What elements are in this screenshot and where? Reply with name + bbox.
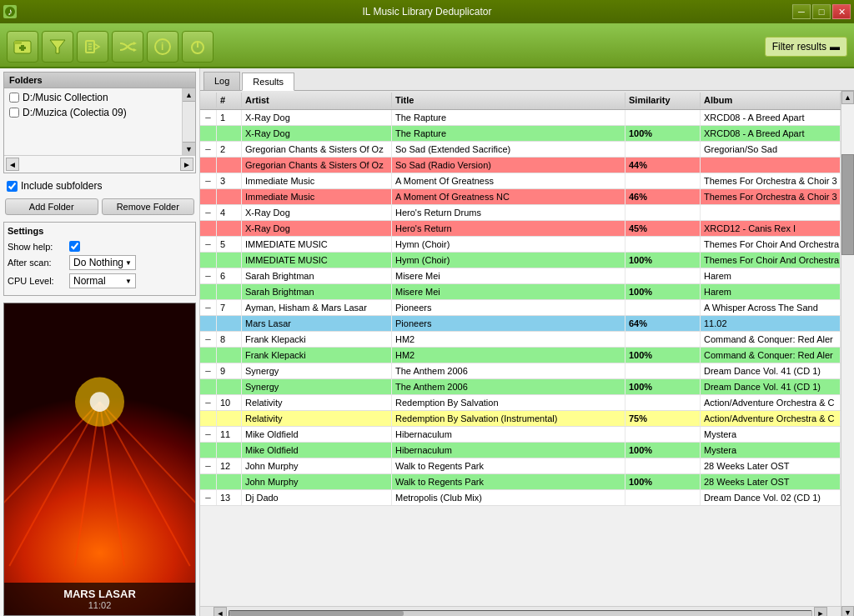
dup-title: HM2	[392, 348, 625, 363]
minimize-button[interactable]: ─	[792, 4, 811, 19]
expand-button[interactable]: ─	[200, 110, 217, 125]
dup-similarity: 100%	[625, 284, 701, 299]
expand-button[interactable]: ─	[200, 458, 217, 473]
dup-expand	[200, 221, 217, 236]
dup-artist: X-Ray Dog	[242, 221, 392, 236]
v-scroll-thumb[interactable]	[841, 154, 854, 254]
scroll-down-arrow[interactable]: ▼	[183, 142, 195, 155]
info-button[interactable]: i	[147, 31, 178, 63]
table-row: ─ 2 Gregorian Chants & Sisters Of Oz So …	[200, 142, 841, 158]
expand-button[interactable]: ─	[200, 268, 217, 283]
dup-num	[217, 474, 242, 489]
after-scan-row: After scan: Do Nothing ▼	[8, 255, 192, 270]
expand-button[interactable]: ─	[200, 363, 217, 378]
table-row: ─ 9 Synergy The Anthem 2006 Dream Dance …	[200, 363, 841, 379]
dup-album: Mystera	[701, 443, 841, 458]
row-similarity	[625, 142, 701, 157]
expand-button[interactable]: ─	[200, 332, 217, 347]
row-artist: John Murphy	[242, 458, 392, 473]
table-dup-row: X-Ray Dog The Rapture 100% XRCD08 - A Br…	[200, 126, 841, 142]
row-album: XRCD08 - A Breed Apart	[701, 110, 841, 125]
h-scroll-left[interactable]: ◄	[214, 607, 227, 617]
nav-right-arrow[interactable]: ►	[180, 158, 193, 171]
table-row: ─ 5 IMMEDIATE MUSIC Hymn (Choir) Themes …	[200, 237, 841, 253]
expand-button[interactable]: ─	[200, 237, 217, 252]
folder-buttons: Add Folder Remove Folder	[0, 195, 199, 218]
row-title: Redemption By Salvation	[392, 395, 625, 410]
dup-album: Harem	[701, 284, 841, 299]
row-num: 10	[217, 395, 242, 410]
folder-path-1: D:/Music Collection	[23, 92, 108, 103]
filter-results-button[interactable]: Filter results ▬	[765, 37, 847, 57]
folder-checkbox-2[interactable]	[9, 108, 19, 118]
app-title: IL Music Library Deduplicator	[0, 6, 854, 18]
power-button[interactable]	[182, 31, 214, 63]
dup-title: Misere Mei	[392, 284, 625, 299]
expand-button[interactable]: ─	[200, 395, 217, 410]
row-num: 8	[217, 332, 242, 347]
cpu-level-dropdown[interactable]: Normal ▼	[69, 273, 136, 288]
add-folder-button[interactable]: Add Folder	[5, 198, 98, 215]
row-similarity	[625, 300, 701, 315]
h-scroll-right[interactable]: ►	[814, 607, 827, 617]
expand-button[interactable]: ─	[200, 490, 217, 505]
expand-button[interactable]: ─	[200, 142, 217, 157]
window-controls[interactable]: ─ □ ✕	[792, 4, 851, 19]
table-dup-row: Frank Klepacki HM2 100% Command & Conque…	[200, 348, 841, 363]
dup-num	[217, 284, 242, 299]
scroll-up-arrow[interactable]: ▲	[183, 88, 195, 102]
tag-button[interactable]	[77, 31, 108, 63]
expand-button[interactable]: ─	[200, 205, 217, 220]
h-scrollbar-thumb[interactable]	[229, 611, 404, 616]
vertical-scrollbar[interactable]: ▲ ▼	[841, 91, 854, 616]
restore-button[interactable]: □	[812, 4, 831, 19]
tab-log[interactable]: Log	[203, 72, 240, 90]
close-button[interactable]: ✕	[832, 4, 851, 19]
table-row: ─ 4 X-Ray Dog Hero's Return Drums	[200, 205, 841, 221]
tab-results[interactable]: Results	[242, 73, 294, 91]
expand-button[interactable]: ─	[200, 173, 217, 188]
include-subfolders-label: Include subfolders	[21, 180, 102, 192]
shuffle-button[interactable]	[112, 31, 143, 63]
v-scroll-up[interactable]: ▲	[841, 91, 854, 104]
dup-similarity: 100%	[625, 443, 701, 458]
row-title: HM2	[392, 332, 625, 347]
table-dup-row: Mike Oldfield Hibernaculum 100% Mystera	[200, 443, 841, 458]
dup-artist: Mike Oldfield	[242, 443, 392, 458]
row-num: 13	[217, 490, 242, 505]
row-title: Hero's Return Drums	[392, 205, 625, 220]
folder-checkbox-1[interactable]	[9, 93, 19, 103]
include-subfolders-checkbox[interactable]	[7, 181, 18, 192]
expand-button[interactable]: ─	[200, 427, 217, 442]
row-title: Hymn (Choir)	[392, 237, 625, 252]
row-title: Pioneers	[392, 300, 625, 315]
horizontal-scrollbar[interactable]: ◄ ►	[200, 606, 841, 616]
folders-scrollbar[interactable]: ▲ ▼	[182, 88, 195, 155]
v-scroll-track[interactable]	[841, 104, 854, 606]
add-folder-button[interactable]	[7, 31, 38, 63]
dup-num	[217, 189, 242, 204]
show-help-checkbox[interactable]	[69, 241, 80, 252]
dup-expand	[200, 284, 217, 299]
after-scan-dropdown[interactable]: Do Nothing ▼	[69, 255, 136, 270]
svg-text:i: i	[161, 41, 163, 53]
row-similarity	[625, 205, 701, 220]
dup-album: 11.02	[701, 316, 841, 331]
dup-expand	[200, 316, 217, 331]
dup-title: So Sad (Radio Version)	[392, 158, 625, 173]
remove-folder-button[interactable]: Remove Folder	[102, 198, 195, 215]
h-scrollbar-track[interactable]	[229, 610, 812, 617]
row-artist: Gregorian Chants & Sisters Of Oz	[242, 142, 392, 157]
dup-num	[217, 379, 242, 394]
row-artist: Ayman, Hisham & Mars Lasar	[242, 300, 392, 315]
dup-num	[217, 126, 242, 141]
filter-button[interactable]	[42, 31, 73, 63]
v-scroll-down[interactable]: ▼	[841, 606, 854, 616]
expand-button[interactable]: ─	[200, 300, 217, 315]
dup-title: A Moment Of Greatness NC	[392, 189, 625, 204]
dup-similarity: 100%	[625, 348, 701, 363]
svg-rect-17	[4, 303, 195, 615]
nav-left-arrow[interactable]: ◄	[6, 158, 19, 171]
row-artist: Synergy	[242, 363, 392, 378]
dup-expand	[200, 126, 217, 141]
